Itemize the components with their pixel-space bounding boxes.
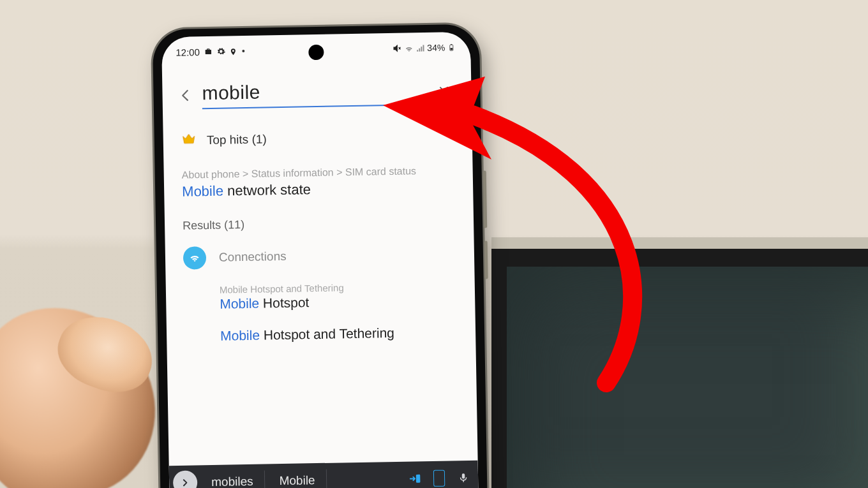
gear-icon (216, 47, 225, 55)
clipboard-insert-icon[interactable] (404, 464, 426, 488)
background-monitor (491, 249, 868, 488)
clipboard-icon[interactable] (428, 464, 451, 488)
top-hits-label: Top hits (1) (207, 132, 267, 147)
volume-button (483, 170, 488, 228)
expand-keyboard-button[interactable] (173, 470, 198, 488)
svg-rect-2 (451, 48, 453, 50)
result-title: Mobile network state (182, 179, 455, 200)
wifi-circle-icon (183, 246, 207, 270)
suggestion-2[interactable]: Mobile (267, 470, 327, 488)
power-button (484, 240, 488, 279)
mute-icon (393, 44, 401, 53)
mic-icon[interactable] (453, 464, 475, 488)
suggestion-1[interactable]: mobiles (200, 471, 266, 488)
result-item-2[interactable]: Mobile Hotspot and Tethering (184, 324, 458, 344)
location-icon (229, 47, 238, 55)
result-item-1[interactable]: Mobile Hotspot and Tethering Mobile Hots… (184, 280, 458, 312)
clock: 12:00 (176, 47, 200, 58)
battery-percent: 34% (427, 42, 445, 52)
result-title: Mobile Hotspot and Tethering (220, 324, 458, 343)
top-hits-header: Top hits (1) (181, 126, 454, 150)
svg-rect-3 (416, 475, 421, 483)
result-breadcrumb: About phone > Status information > SIM c… (182, 165, 455, 181)
keyboard-suggestion-bar: mobiles Mobile (169, 461, 479, 488)
briefcase-icon (204, 47, 213, 56)
category-connections[interactable]: Connections (183, 242, 457, 269)
battery-icon (447, 43, 456, 52)
more-indicator-dot (242, 50, 244, 52)
photo-scene: 12:00 (0, 0, 868, 488)
wifi-icon (404, 43, 413, 52)
crown-icon (181, 131, 197, 150)
svg-rect-1 (451, 44, 452, 45)
search-results: Top hits (1) About phone > Status inform… (163, 111, 475, 344)
phone-device: 12:00 (153, 24, 488, 488)
signal-icon (415, 43, 424, 52)
result-title: Mobile Hotspot (220, 292, 457, 311)
clear-search-button[interactable] (433, 80, 455, 102)
search-header (162, 59, 472, 116)
category-label: Connections (219, 249, 287, 265)
back-button[interactable] (174, 84, 197, 107)
top-hit-item[interactable]: About phone > Status information > SIM c… (182, 165, 456, 200)
phone-screen: 12:00 (161, 32, 479, 488)
search-input[interactable] (202, 77, 428, 109)
results-count-label: Results (11) (183, 214, 456, 232)
